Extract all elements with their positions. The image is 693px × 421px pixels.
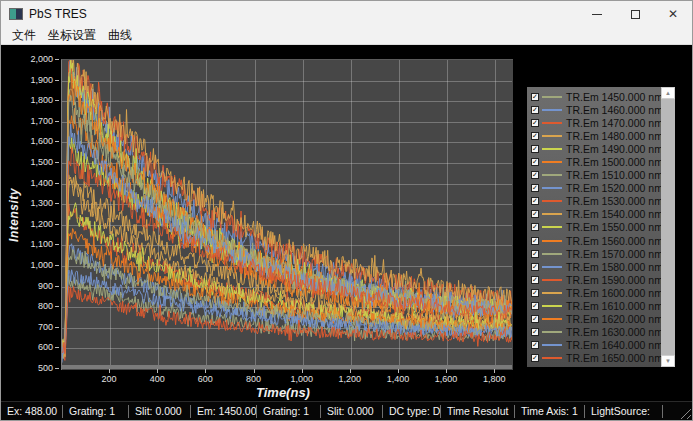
legend-checkbox[interactable]: ✓ — [531, 237, 539, 245]
legend-checkbox[interactable]: ✓ — [531, 250, 539, 258]
legend-line-swatch — [542, 213, 562, 215]
legend-item[interactable]: ✓TR.Em 1500.000 nm — [531, 155, 661, 168]
x-tick-label: 200 — [102, 374, 117, 384]
x-tick-label: 600 — [198, 374, 213, 384]
legend-line-swatch — [542, 226, 562, 228]
legend-checkbox[interactable]: ✓ — [531, 106, 539, 114]
legend-checkbox[interactable]: ✓ — [531, 184, 539, 192]
legend-checkbox[interactable]: ✓ — [531, 93, 539, 101]
legend-checkbox[interactable]: ✓ — [531, 145, 539, 153]
y-tick-label: 1,700 — [1, 116, 53, 126]
menu-item-axis-settings[interactable]: 坐标设置 — [43, 26, 101, 45]
legend-checkbox[interactable]: ✓ — [531, 158, 539, 166]
legend-checkbox[interactable]: ✓ — [531, 315, 539, 323]
title-bar[interactable]: PbS TRES ✕ — [1, 1, 692, 27]
menu-item-file[interactable]: 文件 — [7, 26, 41, 45]
legend-item-label: TR.Em 1570.000 nm — [566, 248, 661, 260]
x-tick-label: 1,000 — [290, 374, 313, 384]
legend-checkbox[interactable]: ✓ — [531, 210, 539, 218]
legend-checkbox[interactable]: ✓ — [531, 171, 539, 179]
legend-item-label: TR.Em 1630.000 nm — [566, 326, 661, 338]
legend-checkbox[interactable]: ✓ — [531, 302, 539, 310]
y-tick-mark — [55, 183, 59, 184]
scroll-down-button[interactable]: ▼ — [661, 355, 675, 367]
close-button[interactable]: ✕ — [654, 1, 692, 27]
y-tick-label: 1,900 — [1, 75, 53, 85]
legend-item[interactable]: ✓TR.Em 1540.000 nm — [531, 208, 661, 221]
legend-checkbox[interactable]: ✓ — [531, 132, 539, 140]
decay-curves-canvas[interactable] — [62, 60, 512, 369]
legend-item[interactable]: ✓TR.Em 1620.000 nm — [531, 313, 661, 326]
legend-line-swatch — [542, 96, 562, 98]
y-tick-mark — [55, 327, 59, 328]
y-tick-mark — [55, 162, 59, 163]
legend-item[interactable]: ✓TR.Em 1650.000 nm — [531, 352, 661, 365]
legend-line-swatch — [542, 266, 562, 268]
minimize-icon — [592, 14, 602, 15]
legend-item-label: TR.Em 1620.000 nm — [566, 313, 661, 325]
legend-line-swatch — [542, 109, 562, 111]
legend-item[interactable]: ✓TR.Em 1450.000 nm — [531, 90, 661, 103]
maximize-icon — [631, 10, 640, 19]
legend-line-swatch — [542, 122, 562, 124]
legend-item[interactable]: ✓TR.Em 1460.000 nm — [531, 103, 661, 116]
legend-item-label: TR.Em 1490.000 nm — [566, 143, 661, 155]
legend-checkbox[interactable]: ✓ — [531, 119, 539, 127]
y-tick-mark — [55, 121, 59, 122]
legend-item[interactable]: ✓TR.Em 1630.000 nm — [531, 326, 661, 339]
x-tick-mark — [398, 369, 399, 373]
legend-checkbox[interactable]: ✓ — [531, 289, 539, 297]
legend-checkbox[interactable]: ✓ — [531, 341, 539, 349]
legend-item[interactable]: ✓TR.Em 1490.000 nm — [531, 142, 661, 155]
legend-item[interactable]: ✓TR.Em 1610.000 nm — [531, 300, 661, 313]
legend-item-label: TR.Em 1510.000 nm — [566, 169, 661, 181]
legend-item[interactable]: ✓TR.Em 1600.000 nm — [531, 286, 661, 299]
legend-checkbox[interactable]: ✓ — [531, 223, 539, 231]
legend-item-label: TR.Em 1500.000 nm — [566, 156, 661, 168]
close-icon: ✕ — [668, 7, 678, 21]
legend-item[interactable]: ✓TR.Em 1470.000 nm — [531, 116, 661, 129]
menu-item-curve[interactable]: 曲线 — [103, 26, 137, 45]
legend-checkbox[interactable]: ✓ — [531, 197, 539, 205]
y-tick-label: 1,300 — [1, 198, 53, 208]
legend-checkbox[interactable]: ✓ — [531, 263, 539, 271]
y-tick-label: 1,200 — [1, 219, 53, 229]
y-tick-label: 1,600 — [1, 136, 53, 146]
legend-item[interactable]: ✓TR.Em 1590.000 nm — [531, 273, 661, 286]
legend-item[interactable]: ✓TR.Em 1520.000 nm — [531, 182, 661, 195]
status-field-ex-slit: Slit: 0.000 — [129, 405, 191, 418]
legend-checkbox[interactable]: ✓ — [531, 354, 539, 362]
y-tick-mark — [55, 100, 59, 101]
y-tick-label: 600 — [1, 342, 53, 352]
y-tick-mark — [55, 347, 59, 348]
legend-line-swatch — [542, 200, 562, 202]
legend-item[interactable]: ✓TR.Em 1560.000 nm — [531, 234, 661, 247]
legend-checkbox[interactable]: ✓ — [531, 276, 539, 284]
legend-item[interactable]: ✓TR.Em 1570.000 nm — [531, 247, 661, 260]
scroll-up-button[interactable]: ▲ — [661, 87, 675, 99]
legend-item[interactable]: ✓TR.Em 1640.000 nm — [531, 339, 661, 352]
x-tick-mark — [109, 369, 110, 373]
y-tick-label: 1,500 — [1, 157, 53, 167]
legend-line-swatch — [542, 279, 562, 281]
legend-item[interactable]: ✓TR.Em 1550.000 nm — [531, 221, 661, 234]
legend-checkbox[interactable]: ✓ — [531, 328, 539, 336]
minimize-button[interactable] — [578, 1, 616, 27]
legend-item-label: TR.Em 1460.000 nm — [566, 104, 661, 116]
plot-area[interactable] — [61, 59, 513, 370]
legend-item[interactable]: ✓TR.Em 1530.000 nm — [531, 195, 661, 208]
legend-item[interactable]: ✓TR.Em 1480.000 nm — [531, 129, 661, 142]
y-tick-label: 1,800 — [1, 95, 53, 105]
legend-item[interactable]: ✓TR.Em 1580.000 nm — [531, 260, 661, 273]
legend-scrollbar[interactable]: ▲ ▼ — [661, 87, 675, 367]
resize-grip-icon[interactable] — [678, 406, 691, 419]
legend-line-swatch — [542, 174, 562, 176]
legend-item-label: TR.Em 1650.000 nm — [566, 352, 661, 364]
legend-item-label: TR.Em 1470.000 nm — [566, 117, 661, 129]
y-tick-mark — [55, 368, 59, 369]
maximize-button[interactable] — [616, 1, 654, 27]
status-field-time-resolut: Time Resolut — [441, 405, 515, 418]
x-tick-mark — [494, 369, 495, 373]
y-tick-mark — [55, 286, 59, 287]
legend-item[interactable]: ✓TR.Em 1510.000 nm — [531, 169, 661, 182]
